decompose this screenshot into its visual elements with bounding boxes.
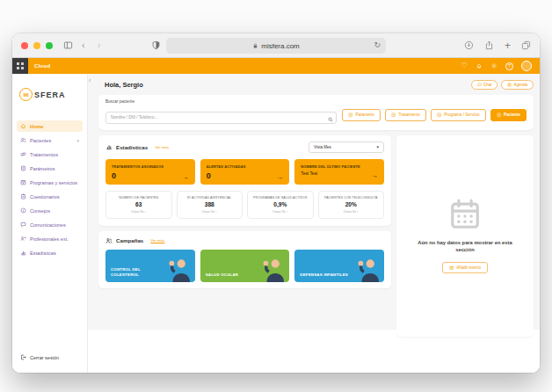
back-button[interactable]: ‹: [82, 40, 85, 50]
apps-grid-button[interactable]: [12, 58, 28, 74]
sidebar-item-label: Estadísticas: [30, 250, 56, 256]
chevron-down-icon: [376, 144, 379, 149]
users-icon: [105, 237, 113, 244]
metric-card: PACIENTES CON TELECONSULTA 20% Crece Vs …: [318, 191, 385, 219]
campaign-card[interactable]: DEFENSAS INFANTILES: [294, 250, 384, 282]
sidebar-item-label: Cuestionarios: [30, 194, 60, 200]
new-tab-button[interactable]: +: [505, 40, 511, 51]
settings-icon[interactable]: [490, 62, 498, 69]
sidebar-item[interactable]: Parámetros: [17, 163, 83, 174]
quick-action-button[interactable]: Tratamiento: [385, 109, 426, 121]
downloads-icon[interactable]: [464, 40, 474, 50]
address-bar[interactable]: misfera.com ↻: [166, 38, 386, 54]
sidebar-item[interactable]: Cuestionarios: [17, 191, 83, 202]
agenda-empty-panel: Aún no hay datos para mostrar en esta se…: [396, 135, 534, 337]
view-filter-select[interactable]: Vista Mes: [309, 142, 384, 153]
logout-button[interactable]: Cerrar sesión: [12, 345, 87, 373]
stat-highlight-value: Test Test: [301, 172, 317, 178]
arrow-right-icon[interactable]: [277, 174, 283, 180]
highlight-cards: TRATAMIENTOS ASIGNADOS 0 ALERTAS ACTIVAD…: [105, 159, 384, 185]
stat-highlight-card[interactable]: NOMBRE DEL ÚLTIMO PACIENTE Test Test: [294, 159, 384, 185]
plus-square-icon: [391, 113, 396, 118]
arrow-right-icon[interactable]: [372, 172, 378, 178]
forward-button[interactable]: ›: [98, 40, 101, 50]
statistics-title: Estadísticas: [116, 144, 148, 150]
logo-text: SFERA: [34, 91, 66, 99]
favorites-icon[interactable]: ♡: [461, 62, 468, 69]
sidebar-item[interactable]: Home: [17, 120, 83, 132]
notifications-icon[interactable]: [476, 62, 483, 69]
browser-window: ‹ › misfera.com ↻ + Cloud ♡ ?: [12, 33, 540, 373]
plus-square-icon: [348, 113, 353, 118]
metric-card: Nº ACTIVIDAD ASISTENCIAL 388 Crece Vs ↑: [177, 191, 243, 219]
stat-highlight-card[interactable]: ALERTAS ACTIVADAS 0: [200, 159, 290, 185]
quick-action-label: Parámetro: [355, 113, 374, 117]
statistics-see-more-link[interactable]: Ver más: [155, 145, 169, 149]
quick-action-label: Tratamiento: [398, 113, 419, 117]
chat-button[interactable]: Chat: [471, 80, 498, 90]
agenda-button[interactable]: Agenda: [501, 80, 534, 90]
sidebar-item[interactable]: Profesionales ext.: [17, 233, 83, 244]
tab-overview-icon[interactable]: [521, 40, 531, 50]
sidebar-item[interactable]: Comunicaciones: [17, 219, 83, 230]
metric-title: Nº ACTIVIDAD ASISTENCIAL: [179, 196, 241, 200]
person-photo: [260, 256, 287, 282]
campaign-title: SALUD OCULAR: [206, 272, 258, 278]
campaigns-card: Campañas Ver más CONTROL DEL COLESTEROL: [98, 231, 391, 288]
calendar-icon: [448, 198, 482, 231]
logo[interactable]: MI SFERA: [12, 74, 87, 112]
search-input[interactable]: [105, 112, 337, 124]
sidebar-item-label: Consejos: [30, 208, 50, 214]
sidebar-toggle-icon[interactable]: [63, 40, 73, 50]
app-top-bar: Cloud ♡ ?: [12, 58, 540, 74]
arrow-right-icon[interactable]: [183, 174, 189, 180]
close-window-button[interactable]: [21, 42, 28, 49]
sidebar-item[interactable]: Pacientes: [17, 134, 83, 146]
chat-icon: [477, 83, 482, 87]
quick-action-button[interactable]: Paciente: [490, 109, 527, 121]
sidebar-item-icon: [20, 151, 26, 157]
quick-action-label: Paciente: [504, 113, 520, 117]
sidebar-nav: Home Pacientes Tratamientos: [12, 112, 87, 258]
metric-card: PROGRAMAS DE SALUD ACTIVOS 0,9% Crece Vs…: [247, 191, 314, 219]
sidebar-item-icon: [20, 137, 26, 143]
sidebar-item[interactable]: Consejos: [17, 205, 83, 216]
campaign-card[interactable]: SALUD OCULAR: [200, 250, 290, 282]
stat-highlight-title: ALERTAS ACTIVADAS: [207, 164, 284, 169]
metric-caption: Crece Vs ↑: [108, 210, 170, 214]
metric-cards: NÚMERO DE PACIENTES 63 Crece Vs ↑ Nº ACT…: [105, 191, 384, 219]
statistics-card: Estadísticas Ver más Vista Mes TRA: [98, 135, 391, 226]
stat-highlight-card[interactable]: TRATAMIENTOS ASIGNADOS 0: [105, 159, 195, 185]
quick-action-button[interactable]: Parámetro: [342, 109, 381, 121]
minimize-window-button[interactable]: [33, 42, 40, 49]
search-icon[interactable]: [328, 110, 333, 126]
quick-action-button[interactable]: Programa / Servicio: [431, 109, 486, 121]
sidebar-item-label: Parámetros: [30, 166, 54, 171]
patient-search-card: Buscar paciente Parámetro: [98, 95, 534, 130]
help-icon[interactable]: ?: [505, 62, 513, 70]
sidebar-item[interactable]: Tratamientos: [17, 149, 83, 160]
metric-caption: Crece Vs ↑: [179, 210, 241, 214]
search-label: Buscar paciente: [105, 99, 527, 104]
view-filter-value: Vista Mes: [314, 145, 331, 149]
sidebar-item[interactable]: Programas y servicios: [17, 177, 83, 188]
stat-highlight-title: TRATAMIENTOS ASIGNADOS: [112, 164, 189, 169]
sidebar-collapse-icon[interactable]: ‹: [89, 77, 91, 83]
avatar[interactable]: [521, 61, 532, 71]
sidebar-item[interactable]: Estadísticas: [17, 247, 83, 258]
reload-icon[interactable]: ↻: [374, 40, 381, 49]
calendar-icon: [507, 83, 512, 87]
zoom-window-button[interactable]: [46, 42, 53, 49]
campaign-card[interactable]: CONTROL DEL COLESTEROL: [105, 250, 195, 282]
privacy-shield-icon[interactable]: [151, 40, 161, 50]
person-photo: [166, 256, 192, 282]
add-event-button[interactable]: Añadir evento: [442, 262, 488, 274]
page-title: Hola, Sergio: [105, 81, 143, 89]
share-icon[interactable]: [484, 40, 494, 50]
metric-value: 63: [108, 201, 170, 207]
sidebar-item-label: Profesionales ext.: [30, 236, 69, 242]
stat-highlight-value: 0: [207, 172, 211, 180]
url-text: misfera.com: [261, 42, 300, 50]
campaigns-see-more-link[interactable]: Ver más: [150, 238, 164, 243]
stat-highlight-value: 0: [112, 172, 116, 180]
